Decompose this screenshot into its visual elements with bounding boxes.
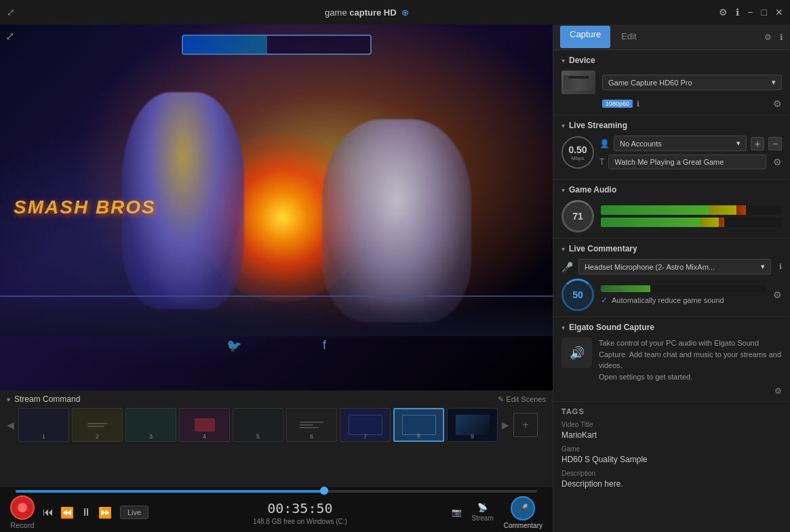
close-button[interactable]: ✕ — [775, 7, 783, 18]
scene-thumb-1[interactable]: 1 — [18, 408, 69, 442]
main-content: SMASH BROS 🐦 f ⤢ ▾ Stream Command — [0, 24, 790, 532]
microphone-icon: 🎤 — [561, 262, 573, 272]
commentary-label: Commentary — [504, 522, 542, 529]
transport-wrapper: Record ⏮ ⏪ ⏸ ⏩ Live 00:35:50 148.8 GB fr… — [0, 487, 553, 532]
minimize-button[interactable]: − — [747, 7, 753, 18]
stream-command-label: Stream Command — [14, 394, 80, 404]
panel-settings-icon[interactable]: ⚙ — [764, 33, 772, 42]
microphone-selector[interactable]: Headset Microphone (2- Astro MixAm... ▾ — [578, 259, 771, 274]
commentary-settings-icon[interactable]: ⚙ — [773, 289, 782, 300]
description-label: Description — [561, 470, 782, 477]
sound-capture-header[interactable]: ▾ Elgato Sound Capture — [561, 323, 782, 332]
stream-button[interactable]: 📡 Stream — [472, 503, 494, 522]
stream-label: Stream — [472, 514, 494, 522]
audio-meter-2 — [601, 218, 782, 227]
live-streaming-section: ▾ Live Streaming 0.50 Mbps 👤 No Accounts… — [553, 115, 790, 180]
hud-bar-fill — [183, 36, 267, 54]
transport-right: 📷 📡 Stream 🎤 Commentary — [452, 496, 542, 529]
settings-window-icon[interactable]: ⚙ — [719, 7, 728, 18]
info-window-icon[interactable]: ℹ — [736, 7, 739, 18]
account-dropdown-arrow: ▾ — [736, 139, 740, 148]
restore-button[interactable]: □ — [762, 7, 767, 18]
account-icon: 👤 — [599, 139, 610, 148]
account-selector[interactable]: No Accounts ▾ — [614, 136, 747, 151]
scene-thumb-9[interactable]: 9 — [447, 408, 498, 442]
mic-info-icon[interactable]: ℹ — [779, 262, 782, 271]
right-panel: Capture Edit ⚙ ℹ ▾ Device Game Capture H… — [553, 24, 790, 532]
title-bar-right: ⚙ ℹ − □ ✕ — [719, 7, 783, 18]
scene-thumb-2[interactable]: 2 — [72, 408, 123, 442]
stream-title-input[interactable]: Watch Me Playing a Great Game — [608, 155, 766, 169]
scene-thumb-5[interactable]: 5 — [233, 408, 283, 442]
meter1-green — [601, 205, 709, 215]
expand-icon[interactable]: ⤢ — [7, 7, 15, 18]
device-section-header[interactable]: ▾ Device — [561, 56, 782, 65]
audio-volume-knob[interactable]: 71 — [561, 200, 594, 232]
scene-6-number: 6 — [310, 433, 313, 440]
auto-reduce-row: ✓ Automatically reduce game sound — [601, 295, 766, 305]
progress-row — [0, 487, 553, 493]
game-value[interactable]: HD60 S Quality Sample — [561, 455, 782, 464]
left-panel: SMASH BROS 🐦 f ⤢ ▾ Stream Command — [0, 24, 553, 532]
stream-settings-icon[interactable]: ⚙ — [773, 157, 782, 167]
snapshot-button[interactable]: 📷 — [452, 508, 462, 517]
scene-scroll-right[interactable]: ▶ — [502, 420, 509, 430]
remove-account-button[interactable]: − — [768, 137, 782, 150]
device-name: Game Capture HD60 Pro — [608, 79, 692, 87]
live-button[interactable]: Live — [120, 506, 149, 519]
edit-scenes-button[interactable]: ✎ Edit Scenes — [498, 395, 546, 404]
title-bar-left: ⤢ — [7, 7, 15, 18]
twitter-icon: 🐦 — [226, 338, 241, 353]
rewind-button[interactable]: ⏪ — [60, 506, 74, 519]
snapshot-icon: 📷 — [452, 508, 462, 517]
audio-row: 71 — [561, 200, 782, 232]
fast-forward-button[interactable]: ⏩ — [98, 506, 112, 519]
commentary-volume-value: 50 — [572, 289, 583, 300]
device-selector[interactable]: Game Capture HD60 Pro ▾ — [602, 75, 782, 90]
scene-scroll-left[interactable]: ◀ — [7, 420, 14, 430]
edit-tab[interactable]: Edit — [610, 26, 647, 48]
commentary-controls: 50 ✓ Automatically reduce game sound ⚙ — [561, 279, 782, 311]
scene-1-number: 1 — [42, 433, 45, 440]
sound-capture-logo: 🔊 — [570, 346, 585, 361]
video-title-value[interactable]: MarioKart — [561, 430, 782, 440]
scene-thumb-7[interactable]: 7 — [340, 408, 391, 442]
resolution-info-icon[interactable]: ℹ — [637, 100, 639, 108]
sound-capture-settings-icon[interactable]: ⚙ — [774, 386, 782, 396]
scene-thumb-4[interactable]: 4 — [179, 408, 230, 442]
audio-meter-1 — [601, 205, 782, 215]
transport-controls-row: Record ⏮ ⏪ ⏸ ⏩ Live 00:35:50 148.8 GB fr… — [0, 493, 553, 532]
live-streaming-header[interactable]: ▾ Live Streaming — [561, 121, 782, 130]
stream-command: ▾ Stream Command ✎ Edit Scenes ◀ 1 — [0, 390, 553, 487]
stream-command-collapse-arrow[interactable]: ▾ — [7, 396, 10, 403]
add-account-button[interactable]: + — [751, 137, 764, 150]
commentary-section-title: Live Commentary — [569, 244, 637, 253]
record-button[interactable] — [10, 495, 35, 520]
audio-collapse-arrow: ▾ — [561, 186, 565, 194]
skip-back-button[interactable]: ⏮ — [43, 506, 54, 518]
video-title-label: Video Title — [561, 421, 782, 428]
progress-bar[interactable] — [16, 490, 537, 493]
commentary-meter-fill — [601, 285, 650, 292]
scene-thumb-8[interactable]: 8 — [393, 408, 444, 442]
commentary-section-header[interactable]: ▾ Live Commentary — [561, 244, 782, 253]
commentary-button[interactable]: 🎤 — [511, 496, 535, 520]
scene-9-number: 9 — [471, 433, 474, 440]
timer-display: 00:35:50 — [267, 500, 332, 516]
game-label: Game — [561, 445, 782, 453]
account-row: 👤 No Accounts ▾ + − — [599, 136, 782, 151]
panel-info-icon[interactable]: ℹ — [780, 33, 783, 42]
add-scene-button[interactable]: + — [513, 413, 538, 437]
description-value[interactable]: Description here. — [561, 479, 782, 489]
pause-button[interactable]: ⏸ — [81, 506, 92, 518]
capture-tab[interactable]: Capture — [560, 26, 610, 48]
commentary-volume-knob[interactable]: 50 — [561, 279, 594, 311]
device-dropdown-arrow: ▾ — [772, 78, 776, 87]
scene-thumb-6[interactable]: 6 — [286, 408, 337, 442]
commentary-right: ✓ Automatically reduce game sound — [601, 285, 766, 305]
scene-thumb-3[interactable]: 3 — [125, 408, 176, 442]
game-audio-header[interactable]: ▾ Game Audio — [561, 185, 782, 195]
video-expand-icon[interactable]: ⤢ — [5, 30, 14, 43]
device-settings-icon[interactable]: ⚙ — [773, 98, 782, 109]
device-section: ▾ Device Game Capture HD60 Pro ▾ 1080p60… — [553, 50, 790, 115]
